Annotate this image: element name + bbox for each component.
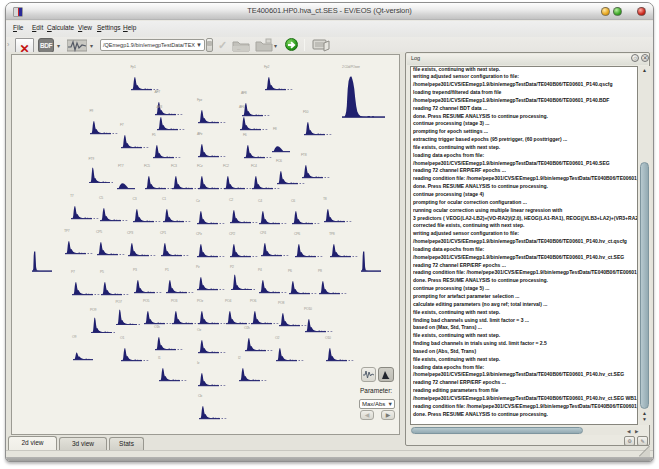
svg-text:...: ... xyxy=(237,46,240,51)
